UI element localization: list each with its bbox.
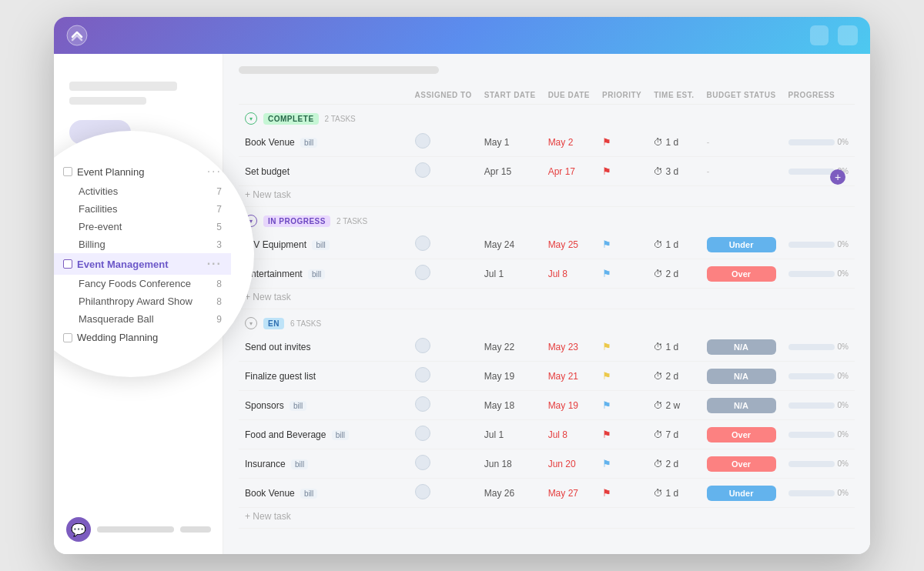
task-name-cell[interactable]: Finalize guest list — [239, 362, 409, 391]
task-tag: bill — [332, 430, 349, 440]
priority-flag: ⚑ — [602, 341, 611, 352]
start-date: May 1 — [484, 137, 510, 148]
task-assigned-cell[interactable] — [409, 449, 478, 479]
sidebar-item-pre-event[interactable]: Pre-event 5 — [79, 218, 231, 235]
new-task-cell[interactable]: + New task — [239, 186, 855, 207]
task-priority-cell[interactable]: ⚑ — [596, 259, 648, 289]
task-start-cell: Jul 1 — [478, 420, 542, 449]
task-priority-cell[interactable]: ⚑ — [596, 332, 648, 362]
start-date: May 22 — [484, 342, 514, 352]
task-name: Book Venue — [245, 488, 295, 499]
sidebar-item-billing[interactable]: Billing 3 — [79, 235, 231, 253]
col-progress: PROGRESS — [782, 86, 855, 105]
task-name-cell[interactable]: Book Venue bill — [239, 128, 409, 157]
table-row: Entertainment bill Jul 1 Jul 8 ⚑ ⏱ 2 d O… — [239, 259, 855, 289]
task-name-cell[interactable]: A/V Equipment bill — [239, 230, 409, 259]
task-priority-cell[interactable]: ⚑ — [596, 479, 648, 508]
task-assigned-cell[interactable] — [409, 362, 478, 391]
sidebar-item-philanthropy[interactable]: Philanthropy Award Show 8 — [79, 292, 231, 310]
task-assigned-cell[interactable] — [409, 230, 478, 259]
task-assigned-cell[interactable] — [409, 128, 478, 157]
task-assigned-cell[interactable] — [409, 391, 478, 420]
new-task-cell[interactable]: + New task — [239, 289, 855, 309]
new-task-row[interactable]: + New task — [239, 508, 855, 529]
task-time-cell: ⏱ 2 w — [648, 391, 700, 420]
sidebar-item-activities[interactable]: Activities 7 — [79, 182, 231, 200]
task-priority-cell[interactable]: ⚑ — [596, 449, 648, 479]
task-time-cell: ⏱ 1 d — [648, 230, 700, 259]
sidebar-item-facilities[interactable]: Facilities 7 — [79, 200, 231, 218]
due-date: May 19 — [548, 400, 578, 411]
due-date: May 23 — [548, 342, 578, 352]
task-name-cell[interactable]: Insurance bill — [239, 449, 409, 479]
sidebar-item-fancy-foods[interactable]: Fancy Foods Conference 8 — [79, 275, 231, 292]
topbar-btn2[interactable] — [838, 25, 858, 45]
main-layout: Event Planning ··· Activities 7 Faciliti… — [54, 54, 870, 554]
sidebar-item-event-management[interactable]: Event Management ··· — [54, 253, 231, 275]
task-budget-cell: - — [701, 157, 782, 186]
task-progress-cell: 0% — [782, 420, 855, 449]
task-name-cell[interactable]: Sponsors bill — [239, 391, 409, 420]
col-due: DUE DATE — [542, 86, 596, 105]
progress-pct: 0% — [838, 430, 849, 439]
priority-flag: ⚑ — [602, 487, 611, 499]
activities-label: Activities — [79, 185, 212, 197]
task-name-cell[interactable]: Food and Beverage bill — [239, 420, 409, 449]
priority-flag: ⚑ — [602, 429, 611, 440]
group-badge-open: EN — [263, 318, 284, 329]
task-assigned-cell[interactable] — [409, 157, 478, 186]
task-priority-cell[interactable]: ⚑ — [596, 157, 648, 186]
time-estimate: ⏱ 1 d — [654, 342, 678, 352]
progress-pct: 0% — [838, 138, 849, 146]
task-name: Food and Beverage — [245, 429, 326, 440]
task-priority-cell[interactable]: ⚑ — [596, 128, 648, 157]
avatar — [415, 338, 430, 353]
task-name: Insurance — [245, 459, 286, 469]
task-progress-cell: 0% — [782, 479, 855, 508]
event-management-more[interactable]: ··· — [207, 257, 222, 271]
task-due-cell: May 23 — [542, 332, 596, 362]
task-name-cell[interactable]: Set budget — [239, 157, 409, 186]
task-budget-cell: Under — [701, 230, 782, 259]
philanthropy-label: Philanthropy Award Show — [79, 296, 212, 307]
task-priority-cell[interactable]: ⚑ — [596, 391, 648, 420]
group-toggle-open[interactable]: ▾ — [245, 317, 257, 329]
table-row: Sponsors bill May 18 May 19 ⚑ ⏱ 2 w N/A — [239, 391, 855, 420]
task-assigned-cell[interactable] — [409, 332, 478, 362]
task-due-cell: Jul 8 — [542, 420, 596, 449]
bottom-chat-area: 💬 — [66, 517, 211, 542]
progress-pct: 0% — [838, 342, 849, 351]
task-name-cell[interactable]: Send out invites — [239, 332, 409, 362]
fancy-foods-label: Fancy Foods Conference — [79, 278, 212, 289]
task-budget-cell: Under — [701, 479, 782, 508]
start-date: May 26 — [484, 488, 514, 499]
budget-over-badge: Over — [707, 456, 776, 472]
task-assigned-cell[interactable] — [409, 479, 478, 508]
task-priority-cell[interactable]: ⚑ — [596, 362, 648, 391]
task-priority-cell[interactable]: ⚑ — [596, 230, 648, 259]
new-task-cell[interactable]: + New task — [239, 508, 855, 529]
task-name-cell[interactable]: Entertainment bill — [239, 259, 409, 289]
task-assigned-cell[interactable] — [409, 420, 478, 449]
group-toggle-complete[interactable]: ▾ — [245, 112, 257, 125]
facilities-label: Facilities — [79, 203, 212, 215]
sidebar-item-wedding-planning[interactable]: Wedding Planning — [54, 328, 231, 347]
topbar-btn1[interactable] — [810, 25, 829, 45]
new-task-row[interactable]: + New task — [239, 186, 855, 207]
task-assigned-cell[interactable] — [409, 259, 478, 289]
add-task-button[interactable]: + — [830, 169, 845, 185]
new-task-row[interactable]: + New task — [239, 289, 855, 309]
sidebar-item-masquerade[interactable]: Masquerade Ball 9 — [79, 310, 231, 328]
task-name-cell[interactable]: Book Venue bill — [239, 479, 409, 508]
progress-bar-wrap: 0% — [788, 489, 849, 497]
sidebar-item-event-planning[interactable]: Event Planning ··· — [54, 161, 231, 182]
start-date: Jul 1 — [484, 269, 504, 279]
task-budget-cell: N/A — [701, 362, 782, 391]
chat-icon[interactable]: 💬 — [66, 517, 91, 542]
start-date: May 19 — [484, 371, 514, 382]
table-row: Insurance bill Jun 18 Jun 20 ⚑ ⏱ 2 d Ove… — [239, 449, 855, 479]
event-planning-more[interactable]: ··· — [207, 165, 222, 179]
start-date: Jun 18 — [484, 459, 512, 469]
task-priority-cell[interactable]: ⚑ — [596, 420, 648, 449]
sidebar-header — [54, 69, 223, 111]
